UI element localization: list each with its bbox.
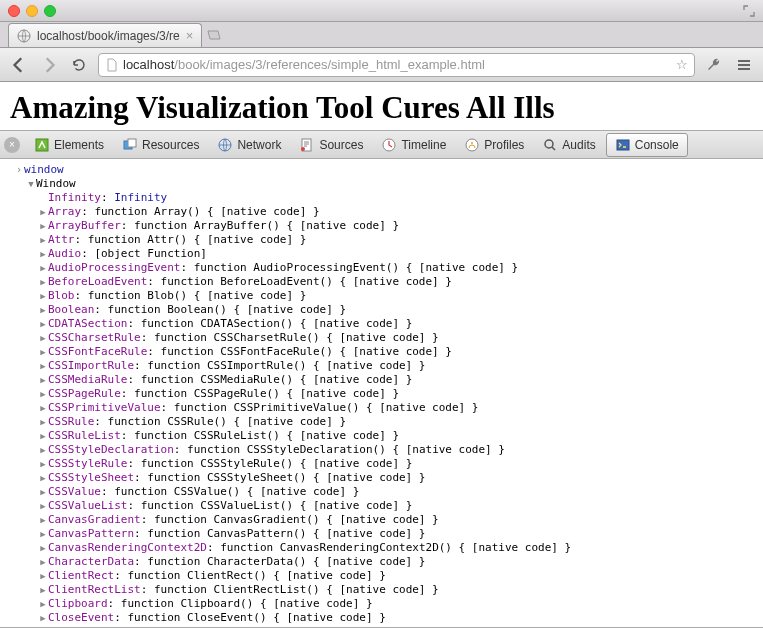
network-icon — [217, 137, 233, 153]
expand-icon[interactable] — [743, 5, 755, 17]
wrench-icon[interactable] — [703, 54, 725, 76]
console-property-row[interactable]: ▶Blob: function Blob() { [native code] } — [38, 289, 763, 303]
triangle-right-icon: ▶ — [38, 485, 48, 499]
traffic-zoom-button[interactable] — [44, 5, 56, 17]
console-property-row[interactable]: ▶CSSValue: function CSSValue() { [native… — [38, 485, 763, 499]
console-input-text: window — [24, 163, 64, 177]
console-property-row[interactable]: ▶Array: function Array() { [native code]… — [38, 205, 763, 219]
console-property-row[interactable]: ▶CDATASection: function CDATASection() {… — [38, 317, 763, 331]
property-key: ClientRect — [48, 569, 114, 583]
console-property-row[interactable]: ▶CSSStyleSheet: function CSSStyleSheet()… — [38, 471, 763, 485]
console-property-row[interactable]: ▶CanvasGradient: function CanvasGradient… — [38, 513, 763, 527]
property-value: function CanvasPattern() { [native code]… — [147, 527, 425, 541]
console-property-row[interactable]: ▶CSSPageRule: function CSSPageRule() { [… — [38, 387, 763, 401]
audits-icon — [542, 137, 558, 153]
console-input-row: ›window — [14, 163, 763, 177]
property-key: CSSMediaRule — [48, 373, 127, 387]
console-property-row[interactable]: Infinity: Infinity — [38, 191, 763, 205]
elements-icon — [34, 137, 50, 153]
new-tab-button[interactable] — [206, 27, 222, 43]
menu-icon[interactable] — [733, 54, 755, 76]
triangle-right-icon: ▶ — [38, 415, 48, 429]
chevron-right-icon: › — [14, 163, 24, 177]
property-value: function CSSValueList() { [native code] … — [141, 499, 413, 513]
console-property-row[interactable]: ▶Audio: [object Function] — [38, 247, 763, 261]
console-property-row[interactable]: ▶CSSCharsetRule: function CSSCharsetRule… — [38, 331, 763, 345]
triangle-right-icon: ▶ — [38, 527, 48, 541]
console-property-row[interactable]: ▶ArrayBuffer: function ArrayBuffer() { [… — [38, 219, 763, 233]
console-property-row[interactable]: ▶ClientRectList: function ClientRectList… — [38, 583, 763, 597]
property-key: CSSPageRule — [48, 387, 121, 401]
console-output[interactable]: ›window ▼Window Infinity: Infinity▶Array… — [0, 159, 763, 627]
console-property-row[interactable]: ▶Boolean: function Boolean() { [native c… — [38, 303, 763, 317]
svg-rect-3 — [128, 139, 136, 147]
property-value: function Attr() { [native code] } — [88, 233, 307, 247]
triangle-right-icon: ▶ — [38, 303, 48, 317]
console-property-row[interactable]: ▶CloseEvent: function CloseEvent() { [na… — [38, 611, 763, 625]
property-key: ClientRectList — [48, 583, 141, 597]
console-property-row[interactable]: ▶CSSRuleList: function CSSRuleList() { [… — [38, 429, 763, 443]
console-property-row[interactable]: ▶Attr: function Attr() { [native code] } — [38, 233, 763, 247]
tab-console[interactable]: Console — [606, 133, 688, 157]
console-property-row[interactable]: ▶CSSValueList: function CSSValueList() {… — [38, 499, 763, 513]
console-property-row[interactable]: ▶CharacterData: function CharacterData()… — [38, 555, 763, 569]
property-value: function Array() { [native code] } — [94, 205, 319, 219]
console-property-row[interactable]: ▶CanvasRenderingContext2D: function Canv… — [38, 541, 763, 555]
property-value: Infinity — [114, 191, 167, 205]
property-value: function CanvasGradient() { [native code… — [154, 513, 439, 527]
tab-network[interactable]: Network — [209, 134, 289, 156]
console-property-row[interactable]: ▶ClientRect: function ClientRect() { [na… — [38, 569, 763, 583]
forward-button[interactable] — [38, 54, 60, 76]
console-property-row[interactable]: ▶CanvasPattern: function CanvasPattern()… — [38, 527, 763, 541]
tab-title: localhost/book/images/3/re — [37, 29, 180, 43]
tab-audits[interactable]: Audits — [534, 134, 603, 156]
browser-tab[interactable]: localhost/book/images/3/re × — [8, 23, 202, 47]
property-value: function ClientRect() { [native code] } — [127, 569, 385, 583]
console-property-row[interactable]: ▶CSSFontFaceRule: function CSSFontFaceRu… — [38, 345, 763, 359]
console-property-row[interactable]: ▶CSSImportRule: function CSSImportRule()… — [38, 359, 763, 373]
devtools-close-button[interactable]: × — [4, 137, 20, 153]
back-button[interactable] — [8, 54, 30, 76]
console-property-row[interactable]: ▶CSSRule: function CSSRule() { [native c… — [38, 415, 763, 429]
console-property-row[interactable]: ▶CSSStyleRule: function CSSStyleRule() {… — [38, 457, 763, 471]
page-heading: Amazing Visualization Tool Cures All Ill… — [10, 90, 753, 126]
console-property-row[interactable]: ▶Clipboard: function Clipboard() { [nati… — [38, 597, 763, 611]
tab-elements[interactable]: Elements — [26, 134, 112, 156]
tab-close-icon[interactable]: × — [186, 28, 194, 43]
console-property-row[interactable]: ▶AudioProcessingEvent: function AudioPro… — [38, 261, 763, 275]
traffic-minimize-button[interactable] — [26, 5, 38, 17]
triangle-right-icon: ▶ — [38, 205, 48, 219]
property-value: function CSSStyleSheet() { [native code]… — [147, 471, 425, 485]
console-property-row[interactable]: ▶CSSMediaRule: function CSSMediaRule() {… — [38, 373, 763, 387]
console-property-row[interactable]: ▶CSSStyleDeclaration: function CSSStyleD… — [38, 443, 763, 457]
property-key: CSSValueList — [48, 499, 127, 513]
console-object-root[interactable]: ▼Window — [26, 177, 763, 191]
resources-icon — [122, 137, 138, 153]
triangle-right-icon: ▶ — [38, 499, 48, 513]
property-value: function CSSFontFaceRule() { [native cod… — [161, 345, 452, 359]
triangle-right-icon: ▶ — [38, 359, 48, 373]
property-key: BeforeLoadEvent — [48, 275, 147, 289]
console-property-row[interactable]: ▶CSSPrimitiveValue: function CSSPrimitiv… — [38, 401, 763, 415]
tab-resources[interactable]: Resources — [114, 134, 207, 156]
traffic-close-button[interactable] — [8, 5, 20, 17]
property-value: function CanvasRenderingContext2D() { [n… — [220, 541, 571, 555]
triangle-right-icon: ▶ — [38, 569, 48, 583]
console-property-row[interactable]: ▶BeforeLoadEvent: function BeforeLoadEve… — [38, 275, 763, 289]
reload-button[interactable] — [68, 54, 90, 76]
triangle-down-icon: ▼ — [26, 177, 36, 191]
property-key: CloseEvent — [48, 611, 114, 625]
tab-sources[interactable]: Sources — [291, 134, 371, 156]
page-icon — [105, 58, 119, 72]
bookmark-star-icon[interactable]: ☆ — [676, 57, 688, 72]
property-value: function CSSRule() { [native code] } — [108, 415, 346, 429]
address-bar[interactable]: localhost/book/images/3/references/simpl… — [98, 53, 695, 77]
property-value: function Clipboard() { [native code] } — [121, 597, 373, 611]
triangle-right-icon: ▶ — [38, 625, 48, 627]
timeline-icon — [381, 137, 397, 153]
triangle-right-icon: ▶ — [38, 555, 48, 569]
console-icon — [615, 137, 631, 153]
triangle-right-icon: ▶ — [38, 401, 48, 415]
tab-timeline[interactable]: Timeline — [373, 134, 454, 156]
tab-profiles[interactable]: Profiles — [456, 134, 532, 156]
